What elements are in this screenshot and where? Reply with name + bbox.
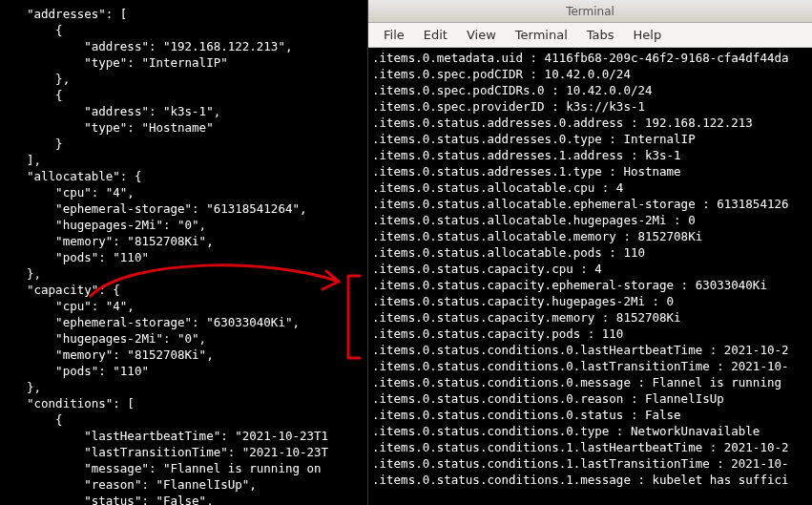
terminal-line: .items.0.spec.podCIDRs.0 : 10.42.0.0/24 (372, 82, 808, 98)
json-line: ], (27, 152, 367, 168)
json-line: "memory": "8152708Ki", (27, 233, 367, 249)
json-line: } (27, 136, 367, 152)
json-line: { (27, 411, 367, 428)
json-line: "hugepages-2Mi": "0", (27, 217, 367, 233)
json-line: "lastTransitionTime": "2021-10-23T (27, 444, 367, 460)
terminal-line: .items.0.status.capacity.hugepages-2Mi :… (372, 293, 808, 309)
json-line: "type": "Hostname" (27, 119, 367, 136)
terminal-line: .items.0.status.conditions.1.message : k… (372, 472, 808, 488)
json-line: "message": "Flannel is running on (27, 460, 367, 476)
terminal-line: .items.0.status.conditions.0.reason : Fl… (372, 390, 808, 407)
terminal-line: .items.0.status.allocatable.memory : 815… (372, 228, 808, 244)
terminal-line: .items.0.status.addresses.1.address : k3… (372, 147, 808, 163)
menu-edit[interactable]: Edit (414, 23, 457, 48)
terminal-line: .items.0.status.addresses.1.type : Hostn… (372, 163, 808, 179)
json-line: "status": "False", (27, 493, 367, 505)
terminal-line: .items.0.status.allocatable.pods : 110 (372, 244, 808, 261)
json-line: "cpu": "4", (27, 298, 367, 314)
json-line: "ephemeral-storage": "63033040Ki", (27, 314, 367, 330)
menu-view[interactable]: View (457, 23, 506, 48)
menu-help[interactable]: Help (624, 23, 672, 48)
window-titlebar[interactable]: Terminal (368, 0, 812, 23)
json-line: }, (27, 71, 367, 87)
json-line: "type": "InternalIP" (27, 54, 367, 71)
json-line: "address": "k3s-1", (27, 103, 367, 119)
terminal-line: .items.0.status.allocatable.cpu : 4 (372, 179, 808, 196)
json-line: { (27, 87, 367, 103)
terminal-line: .items.0.status.conditions.0.message : F… (372, 374, 808, 390)
json-line: "lastHeartbeatTime": "2021-10-23T1 (27, 428, 367, 444)
terminal-line: .items.0.status.allocatable.hugepages-2M… (372, 212, 808, 228)
terminal-line: .items.0.status.capacity.cpu : 4 (372, 261, 808, 277)
terminal-line: .items.0.spec.providerID : k3s://k3s-1 (372, 98, 808, 115)
json-line: "address": "192.168.122.213", (27, 38, 367, 54)
json-line: "pods": "110" (27, 363, 367, 379)
json-line: "pods": "110" (27, 249, 367, 265)
terminal-line: .items.0.spec.podCIDR : 10.42.0.0/24 (372, 66, 808, 82)
menubar: File Edit View Terminal Tabs Help (368, 23, 812, 48)
terminal-line: .items.0.status.capacity.ephemeral-stora… (372, 277, 808, 293)
menu-tabs[interactable]: Tabs (577, 23, 624, 48)
terminal-line: .items.0.status.addresses.0.type : Inter… (372, 131, 808, 147)
terminal-line: .items.0.status.addresses.0.address : 19… (372, 115, 808, 131)
json-line: "allocatable": { (27, 168, 367, 184)
terminal-line: .items.0.status.allocatable.ephemeral-st… (372, 196, 808, 212)
terminal-line: .items.0.status.conditions.0.status : Fa… (372, 407, 808, 423)
json-line: "hugepages-2Mi": "0", (27, 330, 367, 347)
json-line: "memory": "8152708Ki", (27, 347, 367, 363)
terminal-line: .items.0.metadata.uid : 4116fb68-209c-46… (372, 50, 808, 66)
json-line: "conditions": [ (27, 395, 367, 411)
terminal-line: .items.0.status.conditions.0.lastHeartbe… (372, 342, 808, 358)
terminal-line: .items.0.status.capacity.pods : 110 (372, 326, 808, 342)
menu-terminal[interactable]: Terminal (506, 23, 577, 48)
json-line: "addresses": [ (27, 6, 367, 22)
json-line: "capacity": { (27, 282, 367, 298)
json-line: }, (27, 265, 367, 282)
terminal-line: .items.0.status.conditions.1.lastHeartbe… (372, 439, 808, 455)
terminal-line: .items.0.status.conditions.1.lastTransit… (372, 455, 808, 472)
terminal-output[interactable]: .items.0.metadata.uid : 4116fb68-209c-46… (368, 48, 812, 505)
json-source-pane: "addresses": [ { "address": "192.168.122… (0, 0, 367, 505)
json-line: { (27, 22, 367, 38)
terminal-line: .items.0.status.conditions.0.type : Netw… (372, 423, 808, 439)
terminal-window: Terminal File Edit View Terminal Tabs He… (367, 0, 812, 505)
json-line: "reason": "FlannelIsUp", (27, 476, 367, 493)
menu-file[interactable]: File (374, 23, 414, 48)
terminal-line: .items.0.status.conditions.0.lastTransit… (372, 358, 808, 374)
terminal-line: .items.0.status.capacity.memory : 815270… (372, 309, 808, 326)
json-line: "cpu": "4", (27, 184, 367, 200)
json-line: "ephemeral-storage": "61318541264", (27, 200, 367, 217)
json-line: }, (27, 379, 367, 395)
